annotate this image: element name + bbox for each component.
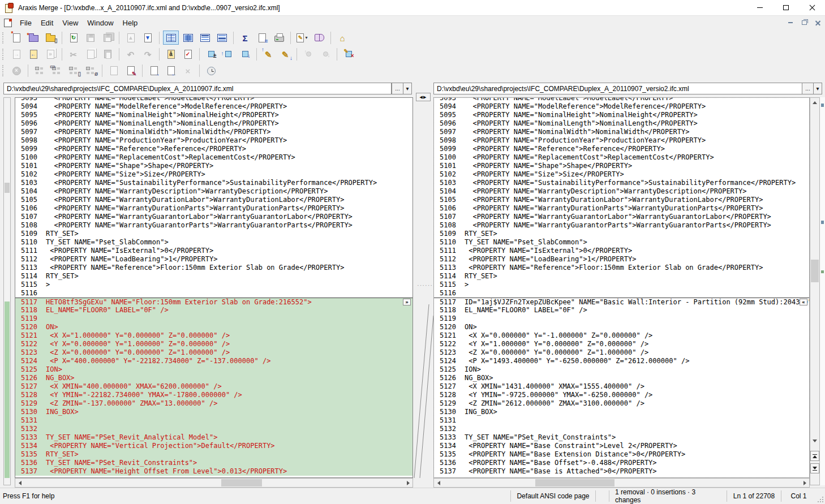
home-button[interactable]: ⌂ <box>334 31 350 45</box>
document-icon[interactable] <box>4 19 12 27</box>
import-file-button[interactable]: ← <box>163 64 179 78</box>
overview-marker[interactable] <box>821 221 824 224</box>
show-changed-blocks-button[interactable]: ▭ <box>49 64 65 78</box>
copy-to-right-button: → <box>8 47 24 61</box>
open-in-editor-button[interactable]: ✎ <box>123 64 139 78</box>
left-file-pane[interactable]: 5093 <PROPERTY NAME="ModelLabel">ModelLa… <box>15 97 413 478</box>
line-text: <Y YMIN="-9725.000000" YMAX="-6250.00000… <box>465 391 652 399</box>
right-file-path-input[interactable] <box>433 83 802 94</box>
previous-bookmark-icon: ↑ <box>306 51 311 57</box>
scroll-right-arrow-icon[interactable] <box>800 479 809 487</box>
scroll-left-arrow-icon[interactable] <box>434 479 443 487</box>
left-overview-scrollbar[interactable] <box>3 97 11 485</box>
toolbar-grip[interactable] <box>2 32 5 44</box>
code-line: 5099 <PROPERTY NAME="Reference">Referenc… <box>15 145 412 153</box>
right-vertical-scrollbar[interactable] <box>810 97 820 485</box>
line-number: 5117 <box>15 298 46 306</box>
line-text: <PROPERTY NAME="Reference">Floor:150mm E… <box>46 264 344 272</box>
mdi-close-button[interactable] <box>811 18 824 27</box>
left-change-overview-marker[interactable] <box>5 301 10 478</box>
minimize-button[interactable] <box>747 0 773 16</box>
line-text: HETO8tf3SgGEXu" NAME="Floor:150mm Exteri… <box>46 298 312 306</box>
previous-change-scroll-button[interactable] <box>810 451 819 461</box>
change-block-link-marker[interactable]: » <box>403 299 411 305</box>
statistics-button[interactable]: Σ <box>237 31 253 45</box>
character-encoding-button[interactable]: å <box>163 47 179 61</box>
left-path-dropdown-button[interactable]: ▾ <box>403 83 412 94</box>
right-browse-button[interactable]: ... <box>802 83 814 94</box>
right-path-dropdown-button[interactable]: ▾ <box>813 83 822 94</box>
menu-view[interactable]: View <box>58 18 83 28</box>
left-file-path-input[interactable] <box>3 83 392 94</box>
file-history-button[interactable] <box>203 64 219 78</box>
open-comparison-button[interactable]: ▯ <box>42 31 58 45</box>
new-folder-comparison-button[interactable]: * <box>25 31 41 45</box>
menu-window[interactable]: Window <box>83 18 118 28</box>
right-hscroll-thumb[interactable] <box>535 479 615 486</box>
report-button[interactable]: ≡ <box>254 31 270 45</box>
splitter-sync-button[interactable]: ◀▶ <box>416 93 431 101</box>
overview-marker[interactable] <box>821 104 824 107</box>
show-all-blocks-button[interactable] <box>32 64 48 78</box>
dropdown-arrow-icon[interactable]: ▾ <box>305 35 307 40</box>
close-button[interactable] <box>799 0 825 16</box>
right-file-pane[interactable]: 5093 <PROPERTY NAME="ModelLabel">ModelLa… <box>433 97 810 478</box>
report-icon: ≡ <box>259 33 266 42</box>
left-scrollbar-thumb[interactable] <box>5 183 10 193</box>
previous-edit-button[interactable]: ✎↑ <box>260 47 276 61</box>
next-file-button[interactable]: ▼ <box>140 31 156 45</box>
copy-to-left-button[interactable]: ← <box>25 47 41 61</box>
mdi-restore-button[interactable] <box>798 18 810 27</box>
spelling-check-button[interactable]: ✓ <box>180 47 196 61</box>
left-browse-button[interactable]: ... <box>392 83 403 94</box>
new-file-comparison-button[interactable]: * <box>8 31 24 45</box>
options-button[interactable]: ✎▾ <box>294 31 310 45</box>
menu-edit[interactable]: Edit <box>36 18 58 28</box>
menu-file[interactable]: File <box>15 18 36 28</box>
change-block-link-marker[interactable]: « <box>800 299 807 305</box>
line-text: <P X="400.000000" Y="-22182.734000" Z="-… <box>46 357 270 365</box>
scroll-down-arrow-icon[interactable] <box>813 440 817 442</box>
recompare-button[interactable]: ↻ <box>66 31 81 45</box>
left-horizontal-scrollbar[interactable] <box>15 478 413 488</box>
help-book-button[interactable] <box>311 31 327 45</box>
remove-all-edits-button[interactable]: ✎× <box>341 47 356 61</box>
right-scrollbar-thumb[interactable] <box>811 260 819 282</box>
code-line: 5123 <Z X="0.000000" Y="0.000000" Z="1.0… <box>15 348 412 357</box>
next-change-button[interactable]: ↓ <box>237 47 253 61</box>
line-text: <PROPERTY NAME="Shape">Shape</PROPERTY> <box>46 162 213 170</box>
icon-overlay: × <box>186 67 191 75</box>
line-number: 5095 <box>15 111 46 119</box>
next-edit-button[interactable]: ✎↓ <box>277 47 293 61</box>
scroll-right-arrow-icon[interactable] <box>403 479 412 487</box>
scroll-left-arrow-icon[interactable] <box>15 479 24 487</box>
new-file-comparison-icon: * <box>13 33 20 42</box>
scroll-up-arrow-icon[interactable] <box>813 101 817 104</box>
icon-overlay: → <box>154 71 160 77</box>
toolbar-grip[interactable] <box>2 49 5 60</box>
right-change-overview-strip[interactable] <box>820 97 825 485</box>
layout-top-bottom-split-button[interactable] <box>214 31 230 45</box>
line-number: 5137 <box>15 467 46 476</box>
export-file-button[interactable]: → <box>146 64 162 78</box>
toolbar-grip[interactable] <box>2 65 5 76</box>
right-horizontal-scrollbar[interactable] <box>433 478 810 488</box>
code-line: 5097 <PROPERTY NAME="NominalWidth">Nomin… <box>15 128 412 136</box>
maximize-button[interactable] <box>773 0 799 16</box>
change-block-options-button[interactable]: ± <box>203 47 219 61</box>
show-blocks-with-context-button[interactable]: ▯ <box>66 64 81 78</box>
overview-marker[interactable] <box>821 270 824 273</box>
print-button[interactable] <box>271 31 287 45</box>
previous-change-button[interactable]: ↑ <box>220 47 236 61</box>
show-blocks-with-context-icon: ▯ <box>69 67 78 75</box>
next-change-scroll-button[interactable] <box>810 463 819 473</box>
mdi-minimize-button[interactable] <box>784 18 797 27</box>
line-text: <PROPERTY NAME="ProductionYear">Producti… <box>465 136 706 145</box>
layout-top-bottom-button[interactable] <box>197 31 213 45</box>
menu-help[interactable]: Help <box>118 18 143 28</box>
resize-grip[interactable] <box>816 488 825 504</box>
layout-side-by-side-button[interactable] <box>163 31 179 45</box>
left-hscroll-thumb[interactable] <box>221 479 262 486</box>
show-unchanged-blocks-button[interactable]: ø <box>83 64 98 78</box>
layout-three-pane-button[interactable] <box>180 31 196 45</box>
